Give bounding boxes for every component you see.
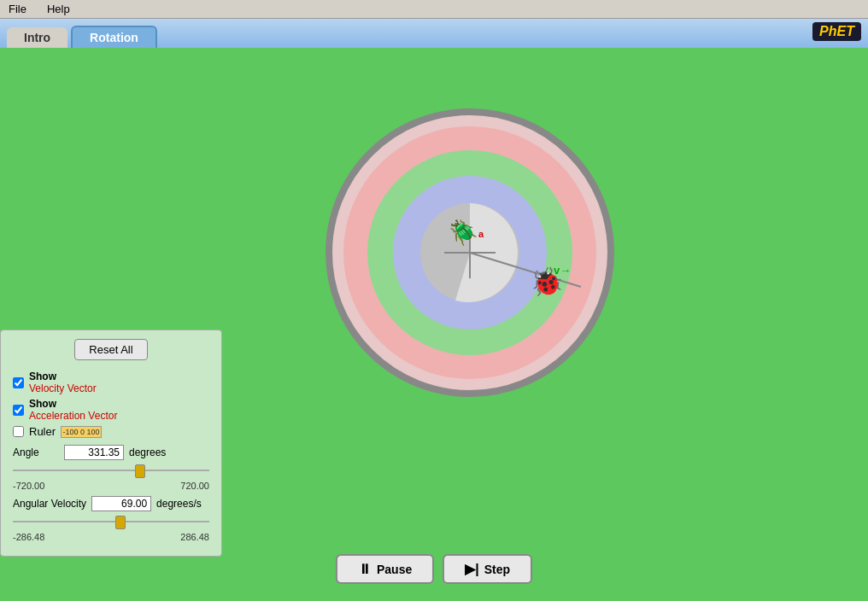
angular-velocity-label: Angular Velocity bbox=[13, 498, 86, 510]
beetle-label: a bbox=[478, 229, 484, 239]
velocity-vector-checkbox[interactable] bbox=[13, 377, 24, 388]
angle-slider-container bbox=[13, 462, 209, 479]
angular-velocity-row: Angular Velocity degrees/s bbox=[13, 496, 209, 511]
angular-velocity-slider-container bbox=[13, 513, 209, 530]
simulation-area: 🪲 a 🐞 v→ Reset All Show Velocity Vector … bbox=[0, 48, 868, 601]
step-label: Step bbox=[484, 563, 510, 576]
help-menu[interactable]: Help bbox=[44, 3, 73, 15]
angular-velocity-min-label: -286.48 bbox=[13, 532, 44, 542]
tab-intro[interactable]: Intro bbox=[7, 27, 67, 48]
angular-velocity-input[interactable] bbox=[91, 496, 151, 511]
file-menu[interactable]: File bbox=[5, 3, 30, 15]
ruler-icon: -100 0 100 bbox=[61, 426, 102, 438]
angular-velocity-unit: degrees/s bbox=[156, 498, 202, 510]
angle-unit: degrees bbox=[129, 446, 166, 458]
angle-slider-track bbox=[13, 470, 209, 471]
angular-velocity-max-label: 286.48 bbox=[180, 532, 209, 542]
angle-max-label: 720.00 bbox=[180, 481, 209, 491]
acceleration-vector-row: Show Acceleration Vector bbox=[13, 398, 209, 422]
step-icon: ▶| bbox=[465, 561, 478, 577]
ruler-row: Ruler -100 0 100 bbox=[13, 425, 209, 438]
angle-row: Angle degrees bbox=[13, 445, 209, 460]
control-panel: Reset All Show Velocity Vector Show Acce… bbox=[0, 330, 222, 557]
angle-input[interactable] bbox=[64, 445, 124, 460]
disk-container[interactable]: 🪲 a 🐞 v→ bbox=[316, 99, 607, 389]
angle-min-label: -720.00 bbox=[13, 481, 44, 491]
step-button[interactable]: ▶| Step bbox=[443, 554, 532, 584]
angle-label: Angle bbox=[13, 446, 59, 458]
angular-velocity-slider-labels: -286.48 286.48 bbox=[13, 532, 209, 542]
ruler-label: Ruler bbox=[29, 425, 56, 438]
angular-velocity-slider-thumb[interactable] bbox=[115, 516, 126, 529]
angle-slider-thumb[interactable] bbox=[135, 464, 145, 478]
pause-icon: ⏸ bbox=[358, 562, 372, 577]
tabbar: Intro Rotation PhET bbox=[0, 19, 868, 48]
bottom-controls: ⏸ Pause ▶| Step bbox=[336, 554, 532, 584]
angular-velocity-slider-track bbox=[13, 521, 209, 522]
acceleration-vector-label: Acceleration Vector bbox=[29, 410, 117, 422]
disk-svg bbox=[316, 99, 624, 406]
acceleration-vector-checkbox[interactable] bbox=[13, 405, 24, 416]
angle-slider-labels: -720.00 720.00 bbox=[13, 481, 209, 491]
tab-rotation[interactable]: Rotation bbox=[71, 26, 157, 48]
velocity-vector-row: Show Velocity Vector bbox=[13, 371, 209, 394]
menubar: File Help bbox=[0, 0, 868, 19]
phet-logo: PhET bbox=[812, 22, 861, 41]
ruler-checkbox[interactable] bbox=[13, 426, 24, 437]
reset-all-button[interactable]: Reset All bbox=[74, 339, 147, 360]
show-acceleration-label: Show bbox=[29, 398, 117, 410]
velocity-vector-label: Velocity Vector bbox=[29, 382, 97, 394]
beetle-character[interactable]: 🪲 bbox=[449, 219, 478, 247]
show-velocity-label: Show bbox=[29, 371, 97, 382]
velocity-vector: v→ bbox=[554, 264, 571, 277]
pause-button[interactable]: ⏸ Pause bbox=[336, 554, 434, 584]
pause-label: Pause bbox=[377, 563, 412, 576]
